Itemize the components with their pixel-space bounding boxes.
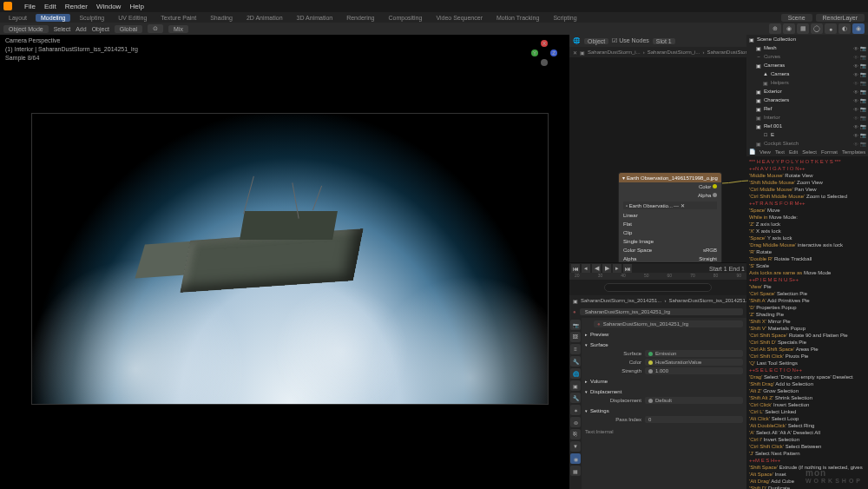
outliner-item[interactable]: ▣Ref.001👁 📷 bbox=[746, 122, 868, 130]
outliner-item[interactable]: ▣Cockpit Sketch👁 📷 bbox=[746, 139, 868, 148]
tab-video-sequencer[interactable]: Video Sequencer bbox=[431, 14, 488, 22]
outliner-item[interactable]: ▣Characters👁 📷 bbox=[746, 96, 868, 104]
outliner-root[interactable]: ▣Scene Collection bbox=[746, 35, 868, 43]
play-icon[interactable]: ▶ bbox=[602, 264, 611, 273]
tab-sculpting[interactable]: Sculpting bbox=[74, 14, 109, 22]
tab-modifier-icon[interactable]: 🔧 bbox=[570, 393, 581, 403]
outliner-item[interactable]: ▣Exterior👁 📷 bbox=[746, 87, 868, 96]
color-node-select[interactable]: HueSaturationValue bbox=[645, 359, 743, 366]
section-volume[interactable]: Volume bbox=[585, 377, 743, 386]
snap-selector[interactable]: Mix bbox=[168, 25, 188, 33]
node-title[interactable]: ▾ Earth Observation_14961571998_o.jpg bbox=[619, 173, 721, 182]
tab-rendering[interactable]: Rendering bbox=[341, 14, 379, 22]
tab-particles-icon[interactable]: ✶ bbox=[570, 405, 581, 415]
txtmenu-view[interactable]: View bbox=[760, 149, 771, 155]
text-editor[interactable]: 📄 View Text Edit Select Format Templates… bbox=[746, 148, 868, 489]
nav-gizmo[interactable]: X Y Z bbox=[531, 40, 557, 66]
material-name[interactable]: SaharanDustStorm_iss_2014251_lrg bbox=[580, 308, 743, 315]
play-reverse-icon[interactable]: ◀ bbox=[592, 264, 601, 273]
outliner-item[interactable]: ▣Mesh👁 📷 bbox=[746, 43, 868, 52]
timeline[interactable]: ⏮ ◂ ◀ ▶ ▸ ⏭ Start 1 End 1 20 30 40 50 60… bbox=[569, 262, 746, 280]
use-nodes-checkbox[interactable]: ☑ Use Nodes bbox=[612, 37, 649, 44]
keyframe-next-icon[interactable]: ▸ bbox=[613, 264, 621, 273]
overlay-toggle-icon[interactable]: ◉ bbox=[783, 23, 795, 34]
section-preview[interactable]: Preview bbox=[585, 330, 743, 339]
orientation-selector[interactable]: Global bbox=[115, 25, 142, 33]
tab-object-icon[interactable]: ▣ bbox=[570, 380, 581, 391]
shading-rendered-icon[interactable]: ◉ bbox=[852, 23, 865, 34]
tab-texture-paint[interactable]: Texture Paint bbox=[155, 14, 201, 22]
tab-layout[interactable]: Layout bbox=[3, 14, 32, 22]
tab-world-icon[interactable]: 🌐 bbox=[570, 368, 581, 379]
world-icon[interactable]: 🌐 bbox=[573, 37, 581, 44]
tab-uv-editing[interactable]: UV Editing bbox=[113, 14, 152, 22]
slot-selector[interactable]: Slot 1 bbox=[653, 38, 675, 44]
txtmenu-templates[interactable]: Templates bbox=[842, 149, 865, 155]
gizmo-toggle-icon[interactable]: ⊕ bbox=[769, 23, 781, 34]
strength-field[interactable]: 1.000 bbox=[645, 367, 743, 374]
menu-window[interactable]: Window bbox=[96, 3, 121, 10]
txtmenu-select[interactable]: Select bbox=[802, 149, 817, 155]
tab-shading[interactable]: Shading bbox=[205, 14, 238, 22]
object-chip[interactable]: Object bbox=[584, 38, 608, 44]
tab-material-icon[interactable]: ◉ bbox=[570, 453, 581, 464]
layer-selector[interactable]: RenderLayer bbox=[816, 14, 865, 22]
jump-end-icon[interactable]: ⏭ bbox=[623, 264, 632, 273]
image-texture-node[interactable]: ▾ Earth Observation_14961571998_o.jpg Co… bbox=[618, 172, 722, 264]
outliner-item[interactable]: □E👁 📷 bbox=[746, 130, 868, 139]
material-name-field[interactable]: ● SaharanDustStorm_iss_2014251_lrg bbox=[594, 320, 743, 327]
tab-output-icon[interactable]: 🖼 bbox=[570, 332, 581, 342]
tab-physics-icon[interactable]: ⊚ bbox=[570, 417, 581, 427]
outliner[interactable]: ▣Scene Collection ▣Mesh👁 📷~Curves👁 📷▣Cam… bbox=[746, 35, 868, 148]
tab-render-icon[interactable]: 📷 bbox=[570, 320, 581, 330]
surface-shader-select[interactable]: Emission bbox=[645, 350, 743, 357]
txtmenu-format[interactable]: Format bbox=[821, 149, 838, 155]
scene-selector[interactable]: Scene bbox=[781, 14, 812, 22]
section-settings[interactable]: Settings bbox=[585, 406, 743, 415]
mode-selector[interactable]: Object Mode bbox=[3, 25, 49, 33]
keyframe-prev-icon[interactable]: ◂ bbox=[582, 264, 590, 273]
menu-object[interactable]: Object bbox=[92, 26, 109, 32]
displacement-select[interactable]: Default bbox=[645, 397, 743, 404]
menu-edit[interactable]: Edit bbox=[44, 3, 56, 10]
pass-index-field[interactable]: 0 bbox=[645, 416, 743, 423]
txtmenu-text[interactable]: Text bbox=[775, 149, 785, 155]
xray-toggle-icon[interactable]: ▦ bbox=[797, 23, 809, 34]
outliner-item[interactable]: ▣Ref👁 📷 bbox=[746, 104, 868, 113]
tab-scripting[interactable]: Scripting bbox=[548, 14, 582, 22]
shading-solid-icon[interactable]: ● bbox=[825, 23, 837, 34]
pivot-selector[interactable]: ⊙ bbox=[148, 24, 163, 33]
tab-motion-tracking[interactable]: Motion Tracking bbox=[491, 14, 544, 22]
outliner-item[interactable]: ▲Camera👁 📷 bbox=[746, 69, 868, 78]
tab-texture-icon[interactable]: ▦ bbox=[570, 466, 581, 476]
x-icon[interactable]: ✕ bbox=[573, 50, 577, 56]
shading-wire-icon[interactable]: ◯ bbox=[811, 23, 823, 34]
timeline-track[interactable]: 20 30 40 50 60 70 80 90 bbox=[569, 273, 746, 280]
menu-help[interactable]: Help bbox=[129, 3, 143, 10]
tab-compositing[interactable]: Compositing bbox=[383, 14, 427, 22]
tab-constraints-icon[interactable]: ⛓ bbox=[570, 429, 581, 439]
outliner-item[interactable]: ~Curves👁 📷 bbox=[746, 52, 868, 61]
node-editor[interactable]: ▾ Earth Observation_14961571998_o.jpg Co… bbox=[569, 57, 746, 262]
jump-start-icon[interactable]: ⏮ bbox=[571, 264, 580, 273]
tab-modeling[interactable]: Modeling bbox=[36, 14, 70, 22]
outliner-item[interactable]: ▣Interior👁 📷 bbox=[746, 113, 868, 122]
shading-matprev-icon[interactable]: ◐ bbox=[838, 23, 851, 34]
section-surface[interactable]: Surface bbox=[585, 340, 743, 349]
search-input[interactable] bbox=[604, 283, 712, 292]
outliner-item[interactable]: ▣Cameras👁 📷 bbox=[746, 61, 868, 69]
menu-file[interactable]: File bbox=[24, 3, 36, 10]
tab-data-icon[interactable]: ▼ bbox=[570, 441, 581, 452]
txtmenu-edit[interactable]: Edit bbox=[789, 149, 798, 155]
menu-select[interactable]: Select bbox=[54, 26, 70, 32]
tab-2d-animation[interactable]: 2D Animation bbox=[241, 14, 288, 22]
tab-scene-icon[interactable]: 🔧 bbox=[570, 356, 581, 367]
viewport-toolbar: Object Mode Select Add Object Global ⊙ M… bbox=[0, 23, 868, 35]
section-displacement[interactable]: Displacement bbox=[585, 387, 743, 396]
outliner-item[interactable]: ▣Helpers👁 📷 bbox=[746, 78, 868, 87]
menu-render[interactable]: Render bbox=[65, 3, 88, 10]
viewport-3d[interactable]: Camera Perspective (1) Interior | Sahara… bbox=[0, 35, 569, 489]
tab-viewlayer-icon[interactable]: ≡ bbox=[570, 344, 581, 354]
tab-3d-animation[interactable]: 3D Animation bbox=[292, 14, 339, 22]
menu-add[interactable]: Add bbox=[76, 26, 86, 32]
